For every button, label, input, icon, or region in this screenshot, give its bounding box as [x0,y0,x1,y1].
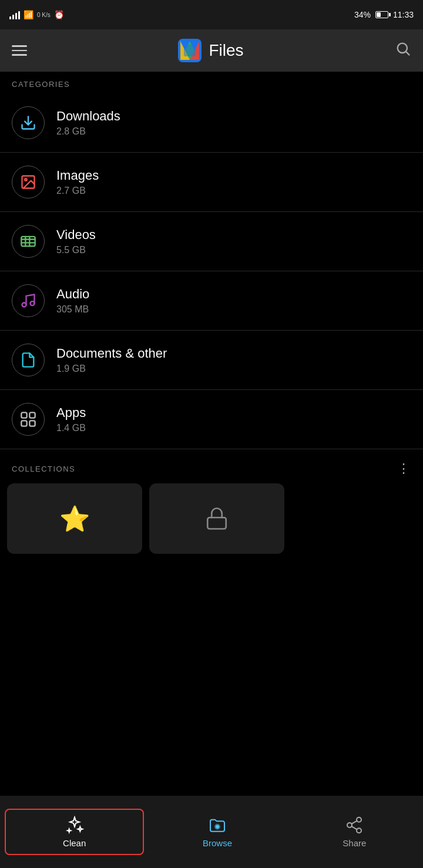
svg-point-9 [25,179,27,181]
collections-header: COLLECTIONS ⋮ [0,449,423,483]
category-item-downloads[interactable]: Downloads 2.8 GB [0,93,423,153]
header-center: Files [178,39,243,62]
svg-point-15 [22,303,26,307]
svg-point-23 [216,826,219,828]
apps-info: Apps 1.4 GB [56,405,86,433]
signal-bars-icon [9,10,20,19]
svg-line-6 [406,52,409,55]
documents-icon-circle [12,344,45,376]
images-size: 2.7 GB [56,186,99,196]
audio-size: 305 MB [56,304,89,315]
menu-button[interactable] [12,45,27,56]
sparkles-icon [65,816,84,835]
images-name: Images [56,168,99,183]
download-icon [20,115,36,131]
data-speed: 0 K/s [37,11,51,19]
categories-label: CATEGORIES [0,72,423,93]
app-title: Files [209,41,243,60]
browse-folder-icon [208,816,227,835]
star-icon: ⭐ [59,504,90,533]
documents-info: Documents & other 1.9 GB [56,346,167,374]
videos-name: Videos [56,227,96,243]
svg-line-28 [352,821,357,824]
svg-point-25 [347,823,352,827]
svg-point-24 [357,817,361,822]
image-icon [20,174,36,190]
status-left: 📶 0 K/s ⏰ [9,10,64,19]
svg-rect-20 [29,420,35,426]
downloads-size: 2.8 GB [56,126,120,137]
lock-icon [204,506,229,531]
category-item-documents[interactable]: Documents & other 1.9 GB [0,331,423,390]
svg-rect-18 [29,412,35,418]
apps-name: Apps [56,405,86,420]
video-icon [20,233,36,250]
alarm-icon: ⏰ [54,10,64,19]
clean-label: Clean [63,838,86,848]
documents-size: 1.9 GB [56,364,167,374]
status-right: 34% 11:33 [354,10,414,19]
documents-name: Documents & other [56,346,167,361]
audio-info: Audio 305 MB [56,287,89,315]
collections-more-button[interactable]: ⋮ [397,461,411,476]
svg-rect-21 [207,517,226,529]
audio-icon-circle [12,284,45,317]
svg-rect-19 [21,420,26,426]
browse-label: Browse [203,838,232,848]
apps-icon-circle [12,403,45,436]
audio-icon [20,292,36,309]
share-label: Share [343,838,366,848]
collections-row: ⭐ [0,483,423,554]
svg-rect-4 [184,45,196,56]
videos-icon-circle [12,225,45,258]
header-left [12,45,27,56]
bottom-navigation: Clean Browse Share [0,796,423,868]
apps-icon [20,411,36,428]
app-logo [178,39,202,62]
nav-item-browse[interactable]: Browse [149,810,286,854]
svg-point-5 [398,43,407,52]
wifi-icon: 📶 [24,10,33,19]
category-item-videos[interactable]: Videos 5.5 GB [0,212,423,271]
collection-card-secure[interactable] [149,483,284,554]
search-button[interactable] [395,41,411,61]
svg-point-26 [357,828,361,833]
collection-card-favorites[interactable]: ⭐ [7,483,142,554]
images-info: Images 2.7 GB [56,168,99,196]
apps-size: 1.4 GB [56,423,86,433]
images-icon-circle [12,166,45,199]
collections-label: COLLECTIONS [12,465,75,473]
svg-point-16 [31,301,35,305]
svg-rect-17 [21,412,26,418]
category-item-images[interactable]: Images 2.7 GB [0,153,423,212]
svg-rect-10 [21,237,35,246]
nav-item-clean[interactable]: Clean [5,809,144,855]
videos-size: 5.5 GB [56,245,96,255]
document-icon [20,352,36,368]
battery-percent: 34% [354,10,371,19]
share-icon [345,816,364,835]
time-display: 11:33 [393,10,414,19]
category-item-apps[interactable]: Apps 1.4 GB [0,390,423,449]
nav-item-share[interactable]: Share [286,810,423,854]
audio-name: Audio [56,287,89,302]
svg-line-27 [352,826,357,829]
status-bar: 📶 0 K/s ⏰ 34% 11:33 [0,0,423,29]
downloads-info: Downloads 2.8 GB [56,109,120,137]
videos-info: Videos 5.5 GB [56,227,96,255]
app-header: Files [0,29,423,72]
downloads-icon-circle [12,106,45,139]
battery-icon [375,11,388,18]
downloads-name: Downloads [56,109,120,124]
category-item-audio[interactable]: Audio 305 MB [0,271,423,331]
